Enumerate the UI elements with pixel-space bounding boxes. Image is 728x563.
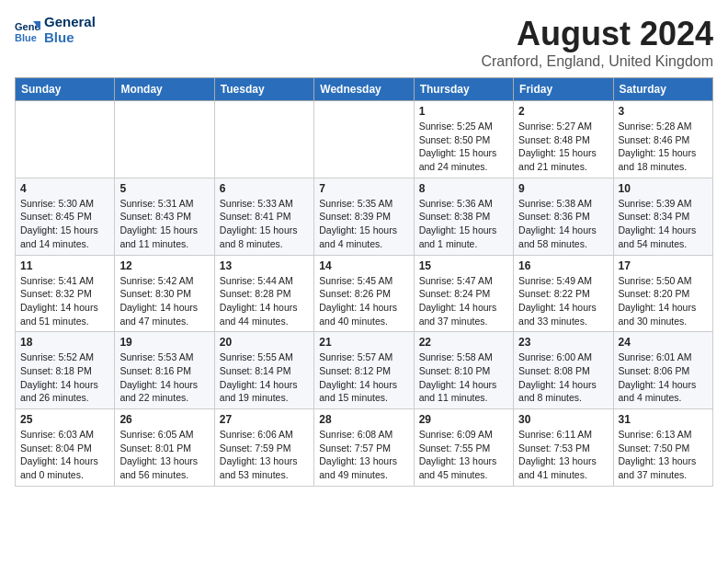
day-info: Sunrise: 6:11 AM Sunset: 7:53 PM Dayligh… bbox=[518, 428, 608, 482]
day-info: Sunrise: 6:06 AM Sunset: 7:59 PM Dayligh… bbox=[220, 428, 309, 482]
day-cell bbox=[115, 101, 214, 178]
day-cell: 22Sunrise: 5:58 AM Sunset: 8:10 PM Dayli… bbox=[414, 332, 513, 409]
day-number: 27 bbox=[220, 413, 309, 426]
day-number: 15 bbox=[419, 259, 508, 272]
day-number: 17 bbox=[619, 259, 708, 272]
day-info: Sunrise: 5:30 AM Sunset: 8:45 PM Dayligh… bbox=[20, 197, 109, 251]
day-info: Sunrise: 6:01 AM Sunset: 8:06 PM Dayligh… bbox=[619, 350, 708, 405]
title-block: August 2024 Cranford, England, United Ki… bbox=[481, 15, 713, 70]
day-info: Sunrise: 5:45 AM Sunset: 8:26 PM Dayligh… bbox=[319, 274, 408, 328]
day-info: Sunrise: 6:03 AM Sunset: 8:04 PM Dayligh… bbox=[20, 428, 109, 482]
day-number: 12 bbox=[119, 259, 209, 272]
day-number: 2 bbox=[518, 105, 608, 118]
day-cell: 2Sunrise: 5:27 AM Sunset: 8:48 PM Daylig… bbox=[514, 101, 613, 178]
day-cell: 6Sunrise: 5:33 AM Sunset: 8:41 PM Daylig… bbox=[214, 178, 313, 255]
day-cell: 23Sunrise: 6:00 AM Sunset: 8:08 PM Dayli… bbox=[514, 332, 613, 409]
calendar-table: SundayMondayTuesdayWednesdayThursdayFrid… bbox=[15, 77, 713, 487]
day-cell: 31Sunrise: 6:13 AM Sunset: 7:50 PM Dayli… bbox=[613, 409, 712, 487]
day-number: 14 bbox=[319, 259, 408, 272]
day-number: 3 bbox=[619, 105, 708, 118]
day-info: Sunrise: 5:57 AM Sunset: 8:12 PM Dayligh… bbox=[319, 350, 408, 405]
day-cell: 9Sunrise: 5:38 AM Sunset: 8:36 PM Daylig… bbox=[514, 178, 613, 255]
day-cell: 27Sunrise: 6:06 AM Sunset: 7:59 PM Dayli… bbox=[214, 409, 313, 487]
day-cell: 30Sunrise: 6:11 AM Sunset: 7:53 PM Dayli… bbox=[514, 409, 613, 487]
logo-icon: General Blue bbox=[15, 17, 40, 43]
day-number: 20 bbox=[220, 336, 309, 349]
calendar-body: 1Sunrise: 5:25 AM Sunset: 8:50 PM Daylig… bbox=[16, 101, 713, 487]
day-number: 9 bbox=[518, 182, 608, 195]
day-cell: 7Sunrise: 5:35 AM Sunset: 8:39 PM Daylig… bbox=[314, 178, 414, 255]
logo-line2: Blue bbox=[44, 30, 96, 46]
day-info: Sunrise: 5:27 AM Sunset: 8:48 PM Dayligh… bbox=[518, 120, 608, 174]
day-cell bbox=[16, 101, 115, 178]
day-cell: 10Sunrise: 5:39 AM Sunset: 8:34 PM Dayli… bbox=[613, 178, 712, 255]
day-cell: 16Sunrise: 5:49 AM Sunset: 8:22 PM Dayli… bbox=[514, 255, 613, 332]
header-cell-friday: Friday bbox=[514, 78, 613, 101]
day-cell: 21Sunrise: 5:57 AM Sunset: 8:12 PM Dayli… bbox=[314, 332, 414, 409]
day-number: 13 bbox=[220, 259, 309, 272]
day-info: Sunrise: 6:09 AM Sunset: 7:55 PM Dayligh… bbox=[419, 428, 508, 482]
day-cell: 14Sunrise: 5:45 AM Sunset: 8:26 PM Dayli… bbox=[314, 255, 414, 332]
day-cell: 28Sunrise: 6:08 AM Sunset: 7:57 PM Dayli… bbox=[314, 409, 414, 487]
day-number: 7 bbox=[319, 182, 408, 195]
week-row-1: 1Sunrise: 5:25 AM Sunset: 8:50 PM Daylig… bbox=[16, 101, 713, 178]
day-info: Sunrise: 5:58 AM Sunset: 8:10 PM Dayligh… bbox=[419, 350, 508, 405]
day-info: Sunrise: 6:08 AM Sunset: 7:57 PM Dayligh… bbox=[319, 428, 408, 482]
day-info: Sunrise: 5:36 AM Sunset: 8:38 PM Dayligh… bbox=[419, 197, 508, 251]
day-cell: 15Sunrise: 5:47 AM Sunset: 8:24 PM Dayli… bbox=[414, 255, 513, 332]
day-cell: 24Sunrise: 6:01 AM Sunset: 8:06 PM Dayli… bbox=[613, 332, 712, 409]
day-cell bbox=[214, 101, 313, 178]
day-number: 11 bbox=[20, 259, 109, 272]
day-info: Sunrise: 5:28 AM Sunset: 8:46 PM Dayligh… bbox=[619, 120, 708, 174]
day-cell: 29Sunrise: 6:09 AM Sunset: 7:55 PM Dayli… bbox=[414, 409, 513, 487]
day-info: Sunrise: 5:38 AM Sunset: 8:36 PM Dayligh… bbox=[518, 197, 608, 251]
week-row-5: 25Sunrise: 6:03 AM Sunset: 8:04 PM Dayli… bbox=[16, 409, 713, 487]
logo: General Blue General Blue bbox=[15, 15, 96, 45]
main-title: August 2024 bbox=[481, 15, 713, 53]
day-cell: 5Sunrise: 5:31 AM Sunset: 8:43 PM Daylig… bbox=[115, 178, 214, 255]
day-number: 26 bbox=[119, 413, 209, 426]
calendar-header-row: SundayMondayTuesdayWednesdayThursdayFrid… bbox=[16, 78, 713, 101]
day-cell: 20Sunrise: 5:55 AM Sunset: 8:14 PM Dayli… bbox=[214, 332, 313, 409]
day-number: 24 bbox=[619, 336, 708, 349]
day-number: 8 bbox=[419, 182, 508, 195]
day-info: Sunrise: 5:41 AM Sunset: 8:32 PM Dayligh… bbox=[20, 274, 109, 328]
page-header: General Blue General Blue August 2024 Cr… bbox=[15, 15, 713, 70]
day-cell: 12Sunrise: 5:42 AM Sunset: 8:30 PM Dayli… bbox=[115, 255, 214, 332]
day-cell: 8Sunrise: 5:36 AM Sunset: 8:38 PM Daylig… bbox=[414, 178, 513, 255]
header-cell-wednesday: Wednesday bbox=[314, 78, 414, 101]
day-info: Sunrise: 5:55 AM Sunset: 8:14 PM Dayligh… bbox=[220, 350, 309, 405]
header-cell-sunday: Sunday bbox=[16, 78, 115, 101]
day-cell: 13Sunrise: 5:44 AM Sunset: 8:28 PM Dayli… bbox=[214, 255, 313, 332]
day-cell: 18Sunrise: 5:52 AM Sunset: 8:18 PM Dayli… bbox=[16, 332, 115, 409]
day-info: Sunrise: 5:35 AM Sunset: 8:39 PM Dayligh… bbox=[319, 197, 408, 251]
logo-line1: General bbox=[44, 15, 96, 30]
day-number: 28 bbox=[319, 413, 408, 426]
day-info: Sunrise: 5:49 AM Sunset: 8:22 PM Dayligh… bbox=[518, 274, 608, 328]
day-number: 31 bbox=[619, 413, 708, 426]
day-number: 6 bbox=[220, 182, 309, 195]
svg-text:Blue: Blue bbox=[15, 32, 37, 43]
day-info: Sunrise: 5:42 AM Sunset: 8:30 PM Dayligh… bbox=[119, 274, 209, 328]
day-cell: 17Sunrise: 5:50 AM Sunset: 8:20 PM Dayli… bbox=[613, 255, 712, 332]
day-number: 22 bbox=[419, 336, 508, 349]
header-cell-saturday: Saturday bbox=[613, 78, 712, 101]
day-cell: 26Sunrise: 6:05 AM Sunset: 8:01 PM Dayli… bbox=[115, 409, 214, 487]
day-info: Sunrise: 5:25 AM Sunset: 8:50 PM Dayligh… bbox=[419, 120, 508, 174]
header-cell-thursday: Thursday bbox=[414, 78, 513, 101]
day-cell: 4Sunrise: 5:30 AM Sunset: 8:45 PM Daylig… bbox=[16, 178, 115, 255]
day-number: 29 bbox=[419, 413, 508, 426]
day-info: Sunrise: 5:52 AM Sunset: 8:18 PM Dayligh… bbox=[20, 350, 109, 405]
day-info: Sunrise: 5:53 AM Sunset: 8:16 PM Dayligh… bbox=[119, 350, 209, 405]
header-cell-tuesday: Tuesday bbox=[214, 78, 313, 101]
day-cell bbox=[314, 101, 414, 178]
day-info: Sunrise: 5:47 AM Sunset: 8:24 PM Dayligh… bbox=[419, 274, 508, 328]
header-cell-monday: Monday bbox=[115, 78, 214, 101]
week-row-4: 18Sunrise: 5:52 AM Sunset: 8:18 PM Dayli… bbox=[16, 332, 713, 409]
day-cell: 3Sunrise: 5:28 AM Sunset: 8:46 PM Daylig… bbox=[613, 101, 712, 178]
day-number: 19 bbox=[119, 336, 209, 349]
day-info: Sunrise: 5:50 AM Sunset: 8:20 PM Dayligh… bbox=[619, 274, 708, 328]
day-cell: 1Sunrise: 5:25 AM Sunset: 8:50 PM Daylig… bbox=[414, 101, 513, 178]
day-info: Sunrise: 5:39 AM Sunset: 8:34 PM Dayligh… bbox=[619, 197, 708, 251]
day-info: Sunrise: 5:33 AM Sunset: 8:41 PM Dayligh… bbox=[220, 197, 309, 251]
